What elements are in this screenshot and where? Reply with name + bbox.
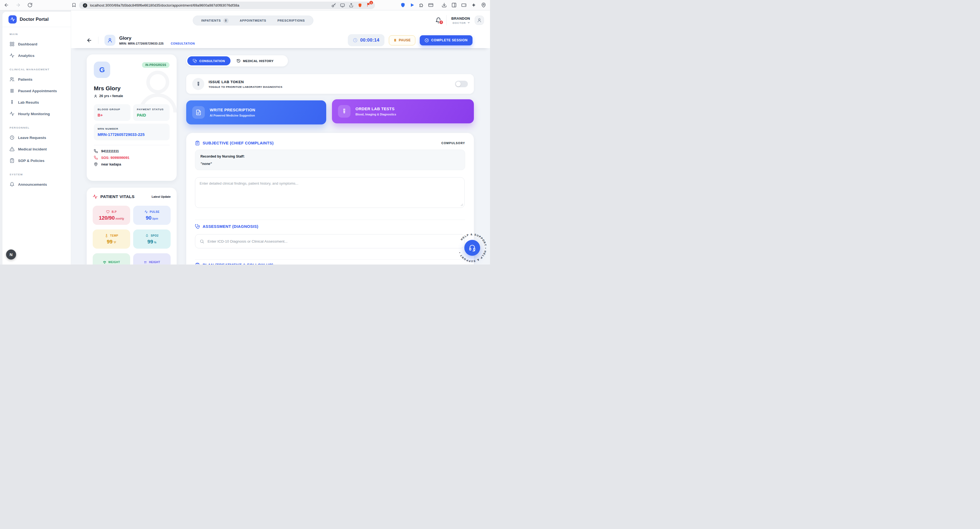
downloads-icon[interactable] bbox=[442, 2, 447, 8]
sidebar-item-hourly-monitoring[interactable]: Hourly Monitoring bbox=[7, 108, 67, 120]
nursing-notes-box: Recorded by Nursing Staff: "none" bbox=[195, 150, 465, 170]
test-tube-icon bbox=[196, 81, 201, 87]
payment-status-box: PAYMENT STATUS PAID bbox=[133, 104, 170, 121]
clinical-findings-textarea[interactable] bbox=[195, 177, 465, 208]
brand-logo bbox=[8, 15, 17, 24]
tab-appointments[interactable]: APPOINTMENTS bbox=[240, 19, 266, 22]
headset-icon bbox=[469, 244, 476, 252]
extension-icons bbox=[400, 2, 433, 8]
timer-value: 00:00:14 bbox=[360, 37, 379, 43]
pause-label: PAUSE bbox=[399, 38, 411, 42]
vital-spo2-tile: SPO2 99% bbox=[133, 229, 170, 249]
floating-n-widget[interactable]: N bbox=[6, 249, 16, 260]
monitoring-activity-icon bbox=[10, 112, 14, 116]
sos-phone-icon bbox=[94, 156, 98, 160]
blood-group-value: B+ bbox=[98, 113, 127, 117]
heart-icon bbox=[106, 210, 110, 214]
resize-grip-icon[interactable] bbox=[460, 204, 463, 206]
subjective-title: SUBJECTIVE (CHIEF COMPLAINTS) bbox=[203, 141, 274, 145]
sidebar-item-medical-incident[interactable]: Medical Incident bbox=[7, 143, 67, 155]
diagnosis-search-input[interactable] bbox=[208, 239, 460, 244]
payment-status-value: PAID bbox=[137, 113, 166, 117]
user-menu[interactable]: BRANDON DOCTOR bbox=[451, 16, 470, 24]
brave-shield-icon[interactable] bbox=[358, 3, 362, 8]
clipboard-icon bbox=[195, 140, 200, 145]
play-extension-icon[interactable] bbox=[410, 2, 415, 8]
extensions-puzzle-icon[interactable] bbox=[419, 2, 424, 8]
write-prescription-button[interactable]: WRITE PRESCRIPTION AI Powered Medicine S… bbox=[186, 100, 326, 124]
vital-unit: bpm bbox=[152, 217, 158, 220]
clock-icon bbox=[10, 135, 14, 140]
browser-system-icons bbox=[442, 2, 486, 8]
complete-session-label: COMPLETE SESSION bbox=[431, 38, 468, 42]
bookmark-icon[interactable] bbox=[72, 3, 76, 7]
person-icon bbox=[94, 94, 97, 98]
sidebar-item-patients[interactable]: Patients bbox=[7, 73, 67, 85]
height-arrows-icon bbox=[143, 260, 147, 264]
action-subtitle: Blood, Imaging & Diagnostics bbox=[355, 113, 396, 116]
section-divider bbox=[195, 220, 465, 220]
sidebar-item-paused-appointments[interactable]: Paused Appointments bbox=[7, 85, 67, 97]
cast-icon[interactable] bbox=[340, 3, 345, 8]
order-lab-tests-button[interactable]: ORDER LAB TESTS Blood, Imaging & Diagnos… bbox=[332, 99, 474, 123]
sidebar-item-sop-policies[interactable]: SOP & Policies bbox=[7, 155, 67, 166]
sidebar-panel-icon[interactable] bbox=[452, 2, 457, 8]
patient-full-name: Mrs Glory bbox=[94, 85, 170, 92]
patient-address-row: near kadapa bbox=[94, 162, 170, 166]
shield-extension-icon[interactable] bbox=[400, 2, 406, 8]
tab-prescriptions[interactable]: PRESCRIPTIONS bbox=[278, 19, 305, 22]
sidebar-item-analytics[interactable]: Analytics bbox=[7, 50, 67, 61]
payment-status-label: PAYMENT STATUS bbox=[137, 108, 166, 111]
lab-token-toggle[interactable] bbox=[455, 81, 468, 87]
tab-inpatients[interactable]: INPATIENTS 0 bbox=[201, 18, 229, 23]
forward-icon[interactable] bbox=[16, 2, 21, 8]
site-info-icon[interactable]: i bbox=[83, 3, 87, 8]
patient-vitals-card: PATIENT VITALS Latest Update B.P 120/90m… bbox=[87, 188, 177, 264]
vital-value: 99 bbox=[107, 239, 112, 245]
pause-icon bbox=[393, 38, 397, 42]
sidebar-item-label: SOP & Policies bbox=[18, 159, 45, 163]
tab-medical-history[interactable]: MEDICAL HISTORY bbox=[232, 59, 278, 63]
droplet-icon bbox=[145, 234, 149, 237]
test-tube-icon bbox=[341, 108, 347, 114]
wallet-icon[interactable] bbox=[461, 2, 466, 8]
sidebar-item-announcements[interactable]: Announcements bbox=[7, 178, 67, 190]
vital-value: 99 bbox=[147, 239, 153, 245]
notifications-button[interactable]: 2 bbox=[435, 17, 442, 24]
consultation-form-card: SUBJECTIVE (CHIEF COMPLAINTS) COMPULSORY… bbox=[186, 133, 474, 264]
user-avatar[interactable] bbox=[475, 16, 484, 25]
main-content: G IN-PROGRESS Mrs Glory 26 yrs • female … bbox=[71, 48, 490, 264]
blocked-items-indicator[interactable]: 1 bbox=[366, 2, 371, 8]
sidebar-item-label: Lab Results bbox=[18, 100, 39, 105]
sidebar-item-label: Patients bbox=[18, 77, 33, 81]
sidebar-item-dashboard[interactable]: Dashboard bbox=[7, 38, 67, 50]
recorded-by-value: "none" bbox=[200, 162, 460, 166]
sidebar-item-lab-results[interactable]: Lab Results bbox=[7, 97, 67, 108]
chevron-down-icon bbox=[467, 21, 470, 24]
action-title: ORDER LAB TESTS bbox=[355, 107, 396, 111]
complete-session-button[interactable]: COMPLETE SESSION bbox=[420, 35, 473, 45]
pause-icon bbox=[10, 88, 14, 93]
blocked-count-badge: 1 bbox=[369, 1, 373, 4]
patient-phone-row: 9411111111 bbox=[94, 149, 170, 153]
back-arrow-icon[interactable] bbox=[86, 37, 92, 43]
help-support-button[interactable] bbox=[464, 240, 480, 256]
lab-token-icon-circle bbox=[192, 78, 204, 90]
vital-unit: % bbox=[154, 241, 156, 244]
url-bar[interactable]: i localhost:3000/69a7b5bdc84f8f6e66180d3… bbox=[79, 2, 375, 9]
share-icon[interactable] bbox=[349, 3, 353, 8]
alert-triangle-icon bbox=[10, 147, 14, 151]
password-key-icon[interactable] bbox=[331, 3, 336, 8]
pause-button[interactable]: PAUSE bbox=[389, 35, 415, 45]
patient-name: Glory bbox=[119, 35, 195, 41]
back-icon[interactable] bbox=[4, 2, 9, 8]
location-pin-icon[interactable] bbox=[481, 2, 486, 8]
card-divider bbox=[94, 145, 170, 145]
tab-consultation[interactable]: CONSULTATION bbox=[187, 56, 231, 65]
vital-label: TEMP bbox=[110, 234, 118, 237]
reload-icon[interactable] bbox=[27, 2, 33, 8]
ai-sparkle-icon[interactable] bbox=[471, 2, 476, 8]
wallet-card-icon[interactable] bbox=[428, 2, 433, 8]
sidebar-item-leave-requests[interactable]: Leave Requests bbox=[7, 132, 67, 143]
sidebar: Doctor Portal MAIN Dashboard Analytics C… bbox=[2, 11, 71, 264]
